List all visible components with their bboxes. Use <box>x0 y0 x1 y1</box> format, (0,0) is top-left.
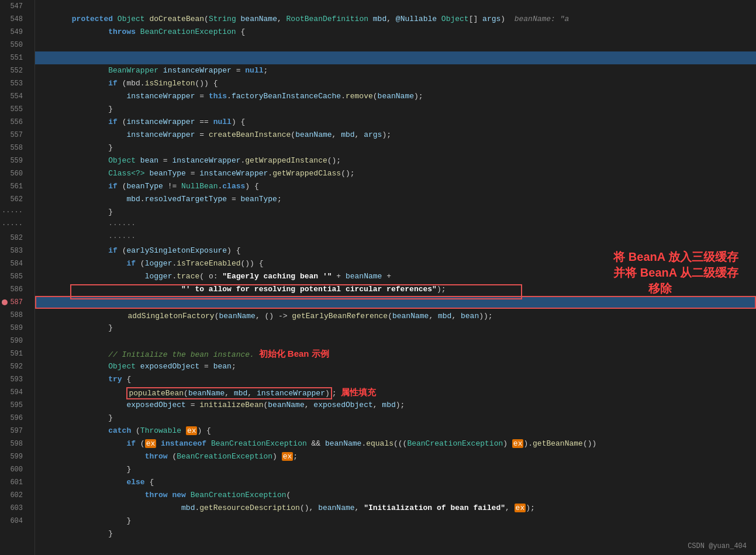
ln-552: 552 <box>0 64 27 77</box>
code-line-601: throw new BeanCreationException( <box>35 476 756 489</box>
code-line-592: try { <box>35 360 756 373</box>
ln-602: 602 <box>0 489 27 502</box>
ln-557: 557 <box>0 129 27 142</box>
code-line-604: } <box>35 515 756 528</box>
code-line-588: } <box>35 309 756 322</box>
ln-550: 550 <box>0 39 27 51</box>
ln-558: 558 <box>0 142 27 154</box>
ln-604: 604 <box>0 515 27 528</box>
annotation-cache-balloon: 将 BeanA 放入三级缓存 并将 BeanA 从二级缓存 移除 <box>613 249 738 297</box>
ln-555: 555 <box>0 103 27 116</box>
code-line-549 <box>35 26 756 39</box>
ln-553: 553 <box>0 77 27 90</box>
ln-548: 548 <box>0 13 27 26</box>
code-line-595: } <box>35 399 756 412</box>
code-line-557: } <box>35 129 756 142</box>
code-line-554: } <box>35 90 756 103</box>
ln-561: 561 <box>0 180 27 193</box>
code-line-553: instanceWrapper = this.factoryBeanInstan… <box>35 77 756 90</box>
code-line-551: BeanWrapper instanceWrapper = null; <box>35 51 756 64</box>
ln-593: 593 <box>0 373 27 386</box>
code-line-597: if (ex instanceof BeanCreationException … <box>35 425 756 437</box>
ln-559: 559 <box>0 154 27 167</box>
ln-556: 556 <box>0 116 27 129</box>
ln-560: 560 <box>0 167 27 180</box>
ln-dots1: ····· <box>0 206 27 219</box>
ln-551: 551 <box>0 51 27 64</box>
code-content: protected Object doCreateBean(String bea… <box>35 0 756 555</box>
code-line-603: } <box>35 502 756 515</box>
ln-599: 599 <box>0 450 27 463</box>
code-line-550: // Instantiate the bean. <box>35 39 756 51</box>
ln-582: 582 <box>0 232 27 244</box>
ln-590: 590 <box>0 335 27 347</box>
ln-549: 549 <box>0 26 27 39</box>
code-line-562: } <box>35 193 756 206</box>
ln-603: 603 <box>0 502 27 515</box>
ln-601: 601 <box>0 476 27 489</box>
code-line-582: if (earlySingletonExposure) { <box>35 232 756 244</box>
code-line-548: throws BeanCreationException { <box>35 13 756 26</box>
ln-554: 554 <box>0 90 27 103</box>
ln-dots2: ····· <box>0 219 27 232</box>
line-numbers-gutter: 547 548 549 550 551 552 553 554 555 556 … <box>0 0 35 555</box>
ln-592: 592 <box>0 360 27 373</box>
code-line-594: exposedObject = initializeBean(beanName,… <box>35 386 756 399</box>
code-line-591: Object exposedObject = bean; <box>35 347 756 360</box>
code-line-552: if (mbd.isSingleton()) { <box>35 64 756 77</box>
code-line-555: if (instanceWrapper == null) { <box>35 103 756 116</box>
ln-562: 562 <box>0 193 27 206</box>
ln-584: 584 <box>0 257 27 270</box>
ln-585: 585 <box>0 270 27 283</box>
code-line-556: instanceWrapper = createBeanInstance(bea… <box>35 116 756 129</box>
ln-586: 586 <box>0 283 27 296</box>
ln-547: 547 <box>0 0 27 13</box>
code-line-598: throw (BeanCreationException) ex; <box>35 437 756 450</box>
code-line-602: mbd.getResourceDescription(), beanName, … <box>35 489 756 502</box>
code-line-547: protected Object doCreateBean(String bea… <box>35 0 756 13</box>
ln-596: 596 <box>0 412 27 425</box>
ln-587: 587 ↑ <box>0 296 27 309</box>
code-line-587: addSingletonFactory(beanName, () -> getE… <box>35 296 756 309</box>
code-line-593: populateBean(beanName, mbd, instanceWrap… <box>35 373 756 386</box>
code-line-589 <box>35 322 756 335</box>
ln-588: 588 <box>0 309 27 322</box>
code-line-596: catch (Throwable ex) { <box>35 412 756 425</box>
code-line-590: // Initialize the bean instance. 初始化 Bea… <box>35 335 756 347</box>
code-line-558: Object bean = instanceWrapper.getWrapped… <box>35 142 756 154</box>
ln-589: 589 <box>0 322 27 335</box>
ln-600: 600 <box>0 463 27 476</box>
ln-591: 591 <box>0 347 27 360</box>
code-line-559: Class<?> beanType = instanceWrapper.getW… <box>35 154 756 167</box>
watermark-text: CSDN @yuan_404 <box>688 542 747 550</box>
code-editor: 547 548 549 550 551 552 553 554 555 556 … <box>0 0 756 555</box>
ln-594: 594 <box>0 386 27 399</box>
code-line-599: } <box>35 450 756 463</box>
ln-598: 598 <box>0 437 27 450</box>
ln-583: 583 <box>0 244 27 257</box>
code-line-dots2: ······ <box>35 219 756 232</box>
ln-595: 595 <box>0 399 27 412</box>
ln-597: 597 <box>0 425 27 437</box>
code-line-600: else { <box>35 463 756 476</box>
code-line-561: mbd.resolvedTargetType = beanType; <box>35 180 756 193</box>
code-line-dots1: ······ <box>35 206 756 219</box>
code-line-560: if (beanType != NullBean.class) { <box>35 167 756 180</box>
